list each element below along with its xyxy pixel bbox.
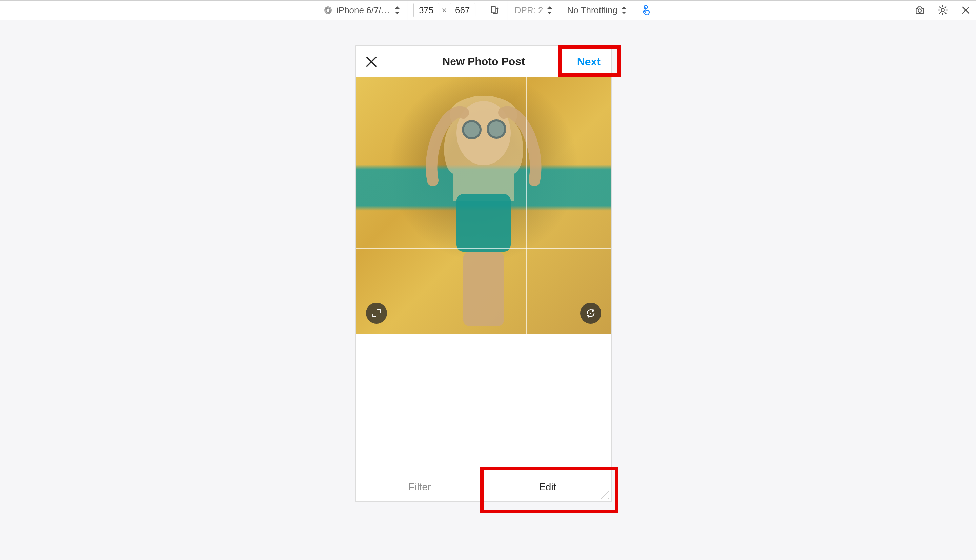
device-controls: iPhone 6/7/… × DPR: 2 No Throttling bbox=[317, 1, 659, 20]
rotate-viewport-button[interactable] bbox=[490, 5, 500, 15]
viewport-width-input[interactable] bbox=[413, 3, 439, 17]
chevron-updown-icon bbox=[622, 7, 626, 14]
chevron-updown-icon bbox=[395, 7, 399, 14]
gear-icon bbox=[938, 5, 948, 15]
device-select-label: iPhone 6/7/… bbox=[336, 5, 390, 15]
separator bbox=[481, 1, 482, 20]
close-icon bbox=[364, 55, 378, 68]
next-button[interactable]: Next bbox=[575, 53, 603, 70]
devtools-settings-button[interactable] bbox=[936, 3, 949, 17]
close-devtools-button[interactable] bbox=[959, 3, 973, 17]
photo-crop-area[interactable] bbox=[356, 77, 612, 334]
tab-filter[interactable]: Filter bbox=[356, 472, 484, 502]
chevron-updown-icon bbox=[547, 7, 552, 14]
app-header: New Photo Post Next bbox=[356, 46, 612, 77]
touch-icon bbox=[642, 4, 652, 16]
svg-point-3 bbox=[941, 8, 944, 12]
close-icon bbox=[961, 5, 971, 15]
viewport-height-input[interactable] bbox=[450, 3, 475, 17]
tab-edit[interactable]: Edit bbox=[484, 472, 612, 502]
devtools-right-actions bbox=[913, 1, 973, 20]
swap-icon bbox=[586, 308, 596, 318]
svg-point-2 bbox=[918, 9, 921, 12]
dpr-select[interactable]: DPR: 2 bbox=[507, 5, 560, 15]
resize-grip-icon bbox=[601, 491, 609, 499]
tab-edit-label: Edit bbox=[539, 481, 557, 493]
screenshot-button[interactable] bbox=[913, 3, 926, 17]
svg-rect-0 bbox=[491, 7, 495, 13]
device-select[interactable]: iPhone 6/7/… bbox=[317, 1, 407, 20]
switch-photo-button[interactable] bbox=[580, 303, 601, 324]
expand-icon bbox=[372, 308, 381, 318]
responsive-canvas: New Photo Post Next bbox=[0, 20, 976, 560]
phone-viewport: New Photo Post Next bbox=[355, 45, 612, 502]
photo-placeholder bbox=[356, 77, 612, 334]
rotate-device-icon bbox=[490, 5, 500, 15]
camera-icon bbox=[914, 5, 925, 15]
dimension-separator: × bbox=[441, 5, 448, 15]
throttling-select[interactable]: No Throttling bbox=[560, 5, 634, 15]
tab-filter-label: Filter bbox=[408, 481, 431, 493]
gallery-area bbox=[356, 334, 612, 472]
page-title: New Photo Post bbox=[442, 55, 525, 68]
expand-crop-button[interactable] bbox=[366, 303, 387, 324]
viewport-dimensions: × bbox=[407, 1, 481, 20]
touch-simulation-toggle[interactable] bbox=[634, 4, 659, 16]
dpr-label: DPR: 2 bbox=[515, 5, 543, 15]
site-favicon-icon bbox=[324, 7, 332, 14]
bottom-tabs: Filter Edit bbox=[356, 472, 612, 502]
throttling-label: No Throttling bbox=[567, 5, 617, 15]
svg-point-9 bbox=[590, 313, 592, 314]
devtools-toolbar: iPhone 6/7/… × DPR: 2 No Throttling bbox=[0, 0, 976, 20]
close-button[interactable] bbox=[364, 54, 379, 69]
